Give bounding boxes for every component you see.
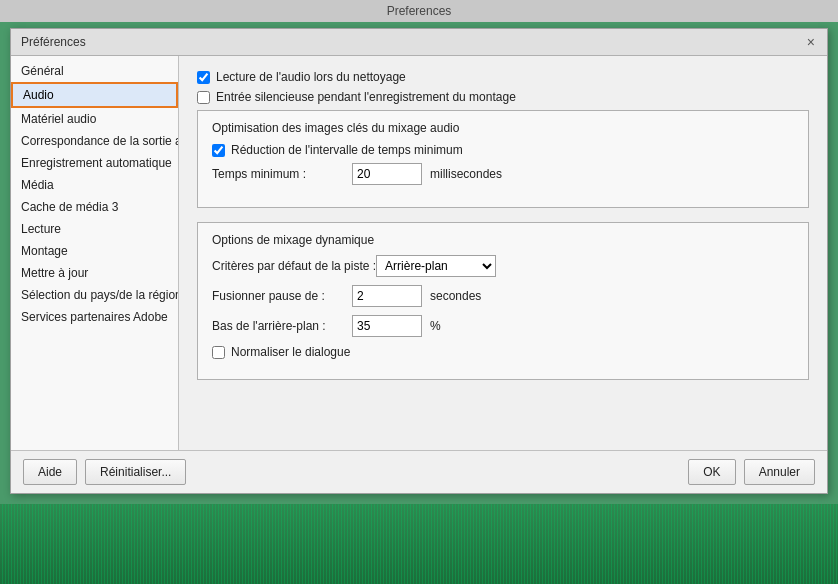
- sidebar-item-mettre-a-jour[interactable]: Mettre à jour: [11, 262, 178, 284]
- annuler-button[interactable]: Annuler: [744, 459, 815, 485]
- checkbox-entree[interactable]: [197, 91, 210, 104]
- close-button[interactable]: ×: [805, 35, 817, 49]
- checkbox-normaliser[interactable]: [212, 346, 225, 359]
- footer-right: OK Annuler: [688, 459, 815, 485]
- window-title: Preferences: [387, 4, 452, 18]
- group-mixage-title: Options de mixage dynamique: [212, 233, 794, 247]
- checkbox-entree-label: Entrée silencieuse pendant l'enregistrem…: [216, 90, 516, 104]
- sidebar-item-montage[interactable]: Montage: [11, 240, 178, 262]
- checkbox-entree-row: Entrée silencieuse pendant l'enregistrem…: [197, 90, 809, 104]
- sidebar-item-media[interactable]: Média: [11, 174, 178, 196]
- sidebar-item-cache-de-media[interactable]: Cache de média 3: [11, 196, 178, 218]
- preferences-dialog: Préférences × Général Audio Matériel aud…: [10, 28, 828, 494]
- reinitialiser-button[interactable]: Réinitialiser...: [85, 459, 186, 485]
- sidebar-item-services-partenaires[interactable]: Services partenaires Adobe: [11, 306, 178, 328]
- field-bas-input[interactable]: [352, 315, 422, 337]
- dialog-titlebar: Préférences ×: [11, 29, 827, 56]
- field-fusionner-row: Fusionner pause de : secondes: [212, 285, 794, 307]
- checkbox-normaliser-row: Normaliser le dialogue: [212, 345, 794, 359]
- group-optimisation-title: Optimisation des images clés du mixage a…: [212, 121, 794, 135]
- field-bas-unit: %: [430, 319, 441, 333]
- field-temps-row: Temps minimum : millisecondes: [212, 163, 794, 185]
- sidebar-item-enregistrement[interactable]: Enregistrement automatique: [11, 152, 178, 174]
- field-temps-input[interactable]: [352, 163, 422, 185]
- checkbox-reduction-label: Réduction de l'intervalle de temps minim…: [231, 143, 463, 157]
- dialog-footer: Aide Réinitialiser... OK Annuler: [11, 450, 827, 493]
- checkbox-normaliser-label: Normaliser le dialogue: [231, 345, 350, 359]
- footer-left: Aide Réinitialiser...: [23, 459, 186, 485]
- field-criteres-select[interactable]: Arrière-plan Premier plan Auto: [376, 255, 496, 277]
- field-temps-unit: millisecondes: [430, 167, 502, 181]
- checkbox-reduction[interactable]: [212, 144, 225, 157]
- sidebar-item-lecture[interactable]: Lecture: [11, 218, 178, 240]
- field-criteres-row: Critères par défaut de la piste : Arrièr…: [212, 255, 794, 277]
- field-fusionner-unit: secondes: [430, 289, 481, 303]
- group-optimisation: Optimisation des images clés du mixage a…: [197, 110, 809, 208]
- field-fusionner-label: Fusionner pause de :: [212, 289, 352, 303]
- sidebar-item-correspondance[interactable]: Correspondance de la sortie audio: [11, 130, 178, 152]
- field-criteres-label: Critères par défaut de la piste :: [212, 259, 376, 273]
- window-title-bar: Preferences: [0, 0, 838, 22]
- group-mixage: Options de mixage dynamique Critères par…: [197, 222, 809, 380]
- checkbox-reduction-row: Réduction de l'intervalle de temps minim…: [212, 143, 794, 157]
- aide-button[interactable]: Aide: [23, 459, 77, 485]
- sidebar-item-materiel-audio[interactable]: Matériel audio: [11, 108, 178, 130]
- checkbox-lecture-row: Lecture de l'audio lors du nettoyage: [197, 70, 809, 84]
- field-bas-label: Bas de l'arrière-plan :: [212, 319, 352, 333]
- checkbox-lecture[interactable]: [197, 71, 210, 84]
- waveform-background: [0, 504, 838, 584]
- main-content: Lecture de l'audio lors du nettoyage Ent…: [179, 56, 827, 450]
- sidebar-item-general[interactable]: Général: [11, 60, 178, 82]
- sidebar-item-selection-pays[interactable]: Sélection du pays/de la région: [11, 284, 178, 306]
- checkbox-lecture-label: Lecture de l'audio lors du nettoyage: [216, 70, 406, 84]
- ok-button[interactable]: OK: [688, 459, 735, 485]
- sidebar: Général Audio Matériel audio Corresponda…: [11, 56, 179, 450]
- field-bas-row: Bas de l'arrière-plan : %: [212, 315, 794, 337]
- field-temps-label: Temps minimum :: [212, 167, 352, 181]
- dialog-title: Préférences: [21, 35, 86, 49]
- sidebar-item-audio[interactable]: Audio: [11, 82, 178, 108]
- dialog-body: Général Audio Matériel audio Corresponda…: [11, 56, 827, 450]
- field-fusionner-input[interactable]: [352, 285, 422, 307]
